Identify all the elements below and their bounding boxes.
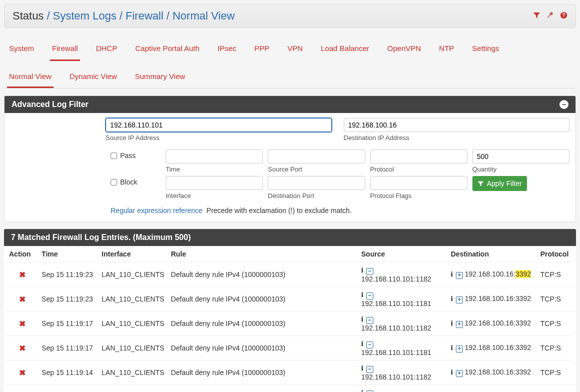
plus-box-icon[interactable]: + — [456, 370, 463, 377]
breadcrumb: Status / System Logs / Firewall / Normal… — [13, 10, 235, 22]
destination-port: 3392 — [515, 319, 531, 327]
col-destination: Destination — [448, 246, 537, 262]
plus-box-icon[interactable]: + — [456, 321, 463, 328]
log-table: Action Time Interface Rule Source Destin… — [6, 246, 574, 392]
rule-cell: Default deny rule IPv4 (1000000103) — [168, 336, 358, 360]
interface-cell: LAN_110_CLIENTS — [99, 312, 168, 336]
minus-box-icon[interactable]: − — [366, 317, 373, 324]
interface-input[interactable] — [166, 176, 263, 190]
info-icon[interactable]: i — [451, 368, 453, 376]
breadcrumb-firewall[interactable]: Firewall — [126, 10, 164, 22]
info-icon[interactable]: i — [451, 344, 453, 352]
apply-filter-button[interactable]: Apply Filter — [472, 176, 527, 191]
pass-checkbox-row[interactable]: Pass — [111, 150, 161, 160]
tab-ntp[interactable]: NTP — [437, 37, 456, 61]
breadcrumb-normal-view[interactable]: Normal View — [173, 10, 235, 22]
quantity-input[interactable] — [472, 150, 569, 164]
info-icon[interactable]: i — [361, 290, 363, 298]
breadcrumb-system-logs[interactable]: System Logs — [53, 10, 117, 22]
protocol-input[interactable] — [370, 150, 467, 164]
log-results-panel: 7 Matched Firewall Log Entries. (Maximum… — [4, 229, 576, 392]
tab-captive-portal-auth[interactable]: Captive Portal Auth — [133, 37, 201, 61]
protocol-flags-input[interactable] — [370, 176, 467, 190]
info-icon[interactable]: i — [361, 315, 363, 323]
wrench-icon[interactable] — [546, 12, 554, 21]
destination-address: 192.168.100.16: — [465, 344, 515, 352]
source-ip-input[interactable] — [106, 118, 332, 132]
tab-dhcp[interactable]: DHCP — [94, 37, 120, 61]
protocol-cell: TCP:S — [537, 336, 574, 360]
breadcrumb-root[interactable]: Status — [13, 10, 44, 22]
action-cell[interactable]: ✖ — [6, 287, 39, 312]
time-cell: Sep 15 11:19:14 — [39, 385, 99, 392]
destination-address: 192.168.100.16: — [465, 319, 515, 327]
filter-icon[interactable] — [533, 12, 540, 21]
time-cell: Sep 15 11:19:14 — [39, 360, 99, 385]
info-icon[interactable]: i — [361, 388, 363, 392]
info-icon[interactable]: i — [361, 266, 363, 274]
action-cell[interactable]: ✖ — [6, 385, 39, 392]
minus-box-icon[interactable]: − — [366, 342, 373, 348]
breadcrumb-sep: / — [120, 10, 123, 22]
block-checkbox-row[interactable]: Block — [111, 176, 161, 186]
minus-box-icon[interactable]: − — [366, 366, 373, 373]
action-cell[interactable]: ✖ — [6, 312, 39, 336]
col-time: Time — [39, 246, 99, 262]
info-icon[interactable]: i — [451, 319, 453, 327]
apply-filter-label: Apply Filter — [487, 180, 522, 188]
plus-box-icon[interactable]: + — [456, 346, 463, 352]
collapse-icon[interactable]: − — [559, 100, 568, 109]
pass-checkbox[interactable] — [111, 152, 117, 159]
help-icon[interactable]: ? — [560, 12, 567, 21]
block-label: Block — [120, 178, 137, 186]
subtab-normal-view[interactable]: Normal View — [7, 66, 54, 88]
tab-vpn[interactable]: VPN — [285, 37, 305, 61]
tab-load-balancer[interactable]: Load Balancer — [319, 37, 371, 61]
tab-system[interactable]: System — [7, 37, 36, 61]
action-cell[interactable]: ✖ — [6, 360, 39, 385]
action-cell[interactable]: ✖ — [6, 336, 39, 360]
destination-port-input[interactable] — [268, 176, 365, 190]
info-icon[interactable]: i — [451, 270, 453, 278]
tab-ppp[interactable]: PPP — [252, 37, 271, 61]
time-input[interactable] — [166, 150, 263, 164]
block-checkbox[interactable] — [111, 179, 117, 186]
destination-address: 192.168.100.16: — [465, 294, 515, 302]
info-icon[interactable]: i — [451, 294, 453, 302]
minus-box-icon[interactable]: − — [366, 292, 373, 300]
destination-port-label: Destination Port — [268, 192, 365, 200]
tab-ipsec[interactable]: IPsec — [216, 37, 239, 61]
tab-openvpn[interactable]: OpenVPN — [385, 37, 423, 61]
info-icon[interactable]: i — [361, 340, 363, 348]
source-cell: i −192.168.110.101:1182 — [358, 312, 448, 336]
destination-ip-input[interactable] — [344, 118, 570, 132]
advanced-filter-panel: Advanced Log Filter − Source IP Address … — [4, 96, 576, 222]
action-cell[interactable]: ✖ — [6, 262, 39, 287]
sub-tabs: Normal ViewDynamic ViewSummary View — [4, 66, 576, 88]
destination-cell: i +192.168.100.16:3392 — [448, 262, 537, 287]
regex-reference-link[interactable]: Regular expression reference — [111, 206, 203, 214]
interface-label: Interface — [166, 192, 263, 200]
minus-box-icon[interactable]: − — [366, 268, 373, 275]
time-label: Time — [166, 166, 263, 173]
plus-box-icon[interactable]: + — [456, 296, 463, 304]
block-icon: ✖ — [19, 344, 26, 352]
table-row: ✖Sep 15 11:19:14LAN_110_CLIENTSDefault d… — [6, 360, 574, 385]
col-action: Action — [6, 246, 39, 262]
source-port-input[interactable] — [268, 150, 365, 164]
tab-settings[interactable]: Settings — [470, 37, 501, 61]
protocol-cell: TCP:S — [537, 312, 574, 336]
advanced-filter-header: Advanced Log Filter − — [5, 96, 575, 113]
interface-cell: LAN_110_CLIENTS — [99, 360, 168, 385]
log-results-header: 7 Matched Firewall Log Entries. (Maximum… — [4, 229, 576, 246]
info-icon[interactable]: i — [361, 364, 363, 372]
subtab-summary-view[interactable]: Summary View — [133, 66, 188, 88]
protocol-flags-label: Protocol Flags — [370, 192, 467, 200]
destination-address: 192.168.100.16: — [465, 368, 515, 376]
plus-box-icon[interactable]: + — [456, 272, 463, 279]
tab-firewall[interactable]: Firewall — [50, 37, 80, 61]
time-cell: Sep 15 11:19:23 — [39, 287, 99, 312]
subtab-dynamic-view[interactable]: Dynamic View — [68, 66, 119, 88]
time-cell: Sep 15 11:19:23 — [39, 262, 99, 287]
table-row: ✖Sep 15 11:19:17LAN_110_CLIENTSDefault d… — [6, 336, 574, 360]
